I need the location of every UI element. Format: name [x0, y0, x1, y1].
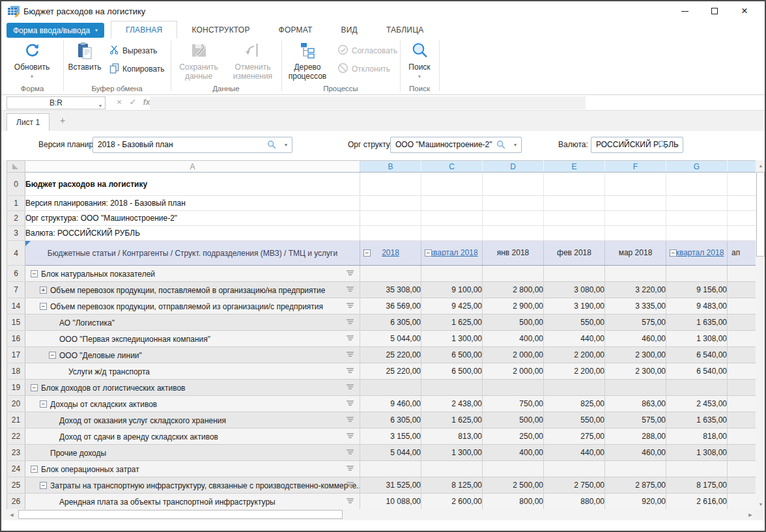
value-cell[interactable]: 2 900,00: [483, 298, 544, 315]
value-cell[interactable]: [544, 461, 605, 477]
value-cell[interactable]: [666, 461, 728, 477]
cut-button[interactable]: Вырезать: [109, 45, 157, 57]
vertical-scroll-thumb[interactable]: [756, 172, 765, 257]
value-cell[interactable]: [421, 380, 483, 396]
scroll-right-button[interactable]: ▶: [745, 509, 756, 520]
collapse-toggle-icon[interactable]: −: [425, 249, 432, 257]
process-tree-button[interactable]: Дерево процессов: [284, 42, 331, 81]
value-cell[interactable]: 3 155,00: [360, 428, 421, 445]
value-cell[interactable]: [360, 461, 421, 477]
value-cell[interactable]: 2 750,00: [544, 477, 605, 494]
info-cell[interactable]: Орг структура: ООО "Машиностроение-2": [25, 211, 360, 226]
value-cell[interactable]: 863,00: [605, 396, 666, 412]
value-cell[interactable]: 2 616,00: [666, 494, 728, 510]
value-cell[interactable]: [728, 461, 756, 477]
expand-toggle-icon[interactable]: +: [40, 287, 47, 294]
grid-cell[interactable]: [421, 226, 483, 241]
value-cell[interactable]: 2 875,00: [605, 477, 666, 494]
value-cell[interactable]: 2 300,00: [605, 363, 666, 380]
grid-cell[interactable]: [483, 211, 544, 226]
value-cell[interactable]: 1 625,00: [421, 412, 483, 428]
value-cell[interactable]: 550,00: [544, 315, 605, 331]
grid-cell[interactable]: [483, 173, 544, 196]
row-header[interactable]: 2: [7, 211, 25, 226]
period-header-cell[interactable]: ап: [728, 241, 756, 266]
value-cell[interactable]: 550,00: [544, 412, 605, 428]
value-cell[interactable]: [421, 461, 483, 477]
grid-cell[interactable]: [728, 211, 756, 226]
grid-cell[interactable]: [483, 226, 544, 241]
value-cell[interactable]: [483, 266, 544, 282]
value-cell[interactable]: 1 635,00: [666, 315, 728, 331]
value-cell[interactable]: 9 483,00: [666, 298, 728, 315]
row-header[interactable]: 3: [7, 226, 25, 241]
grid-cell[interactable]: [605, 173, 666, 196]
collapse-toggle-icon[interactable]: −: [31, 384, 38, 391]
column-header-G[interactable]: G: [666, 161, 728, 173]
value-cell[interactable]: 6 500,00: [421, 363, 483, 380]
value-cell[interactable]: 2 800,00: [483, 282, 544, 298]
info-cell[interactable]: Бюджет расходов на логистику: [25, 173, 360, 196]
value-cell[interactable]: 6 540,00: [666, 363, 728, 380]
grid-cell[interactable]: [544, 211, 605, 226]
period-header-cell[interactable]: −2018: [360, 241, 421, 266]
column-header-B[interactable]: B: [360, 161, 421, 173]
value-cell[interactable]: 2 453,00: [666, 396, 728, 412]
value-cell[interactable]: 400,00: [483, 445, 544, 461]
value-cell[interactable]: [728, 494, 756, 510]
value-cell[interactable]: [421, 266, 483, 282]
value-cell[interactable]: [728, 445, 756, 461]
row-header[interactable]: 7: [7, 282, 25, 298]
value-cell[interactable]: 825,00: [544, 396, 605, 412]
item-cell[interactable]: Арендная плата за объекты транспортной и…: [25, 494, 360, 510]
value-cell[interactable]: [728, 347, 756, 363]
value-cell[interactable]: 2 200,00: [544, 363, 605, 380]
filter-icon[interactable]: [347, 384, 354, 390]
value-cell[interactable]: [666, 266, 728, 282]
grid-cell[interactable]: [421, 211, 483, 226]
tab-таблица[interactable]: ТАБЛИЦА: [372, 21, 438, 38]
row-header[interactable]: 25: [7, 477, 25, 494]
row-header[interactable]: 20: [7, 396, 25, 412]
grid-cell[interactable]: [360, 226, 421, 241]
refresh-button[interactable]: Обновить ▾: [9, 42, 55, 81]
collapse-toggle-icon[interactable]: −: [40, 482, 47, 489]
value-cell[interactable]: [544, 266, 605, 282]
row-header[interactable]: 4: [7, 241, 25, 266]
item-cell[interactable]: Доход от сдачи в аренду складских активо…: [25, 428, 360, 445]
chevron-down-icon[interactable]: ▾: [514, 142, 517, 148]
value-cell[interactable]: 9 425,00: [421, 298, 483, 315]
value-cell[interactable]: 1 625,00: [421, 315, 483, 331]
filter-icon[interactable]: [347, 498, 354, 504]
value-cell[interactable]: 2 300,00: [605, 347, 666, 363]
grid-cell[interactable]: [605, 211, 666, 226]
value-cell[interactable]: 920,00: [605, 494, 666, 510]
paste-button[interactable]: Вставить: [66, 42, 103, 72]
filter-icon[interactable]: [347, 287, 354, 292]
value-cell[interactable]: [605, 461, 666, 477]
value-cell[interactable]: 9 156,00: [666, 282, 728, 298]
value-cell[interactable]: 1 635,00: [666, 412, 728, 428]
formula-cancel-button[interactable]: ×: [113, 97, 125, 107]
item-cell[interactable]: −Объем перевозок продукции, отправляемой…: [25, 298, 360, 315]
select-all-corner[interactable]: [7, 161, 25, 173]
value-cell[interactable]: 750,00: [483, 396, 544, 412]
value-cell[interactable]: 2 600,00: [421, 494, 483, 510]
filter-icon[interactable]: [347, 335, 354, 341]
value-cell[interactable]: [666, 380, 728, 396]
value-cell[interactable]: 460,00: [605, 445, 666, 461]
period-header-cell[interactable]: мар 2018: [605, 241, 666, 266]
value-cell[interactable]: 10 088,00: [360, 494, 421, 510]
collapse-toggle-icon[interactable]: −: [670, 249, 677, 257]
value-cell[interactable]: 1 308,00: [666, 445, 728, 461]
collapse-toggle-icon[interactable]: −: [49, 352, 56, 359]
value-cell[interactable]: 1 308,00: [666, 331, 728, 347]
row-header[interactable]: 19: [7, 380, 25, 396]
value-cell[interactable]: 800,00: [483, 494, 544, 510]
value-cell[interactable]: 5 044,00: [360, 445, 421, 461]
item-cell[interactable]: −Блок доходов от логистических активов: [25, 380, 360, 396]
grid-cell[interactable]: [666, 211, 728, 226]
value-cell[interactable]: [728, 477, 756, 494]
value-cell[interactable]: [728, 266, 756, 282]
formula-enter-button[interactable]: ✓: [127, 97, 139, 107]
